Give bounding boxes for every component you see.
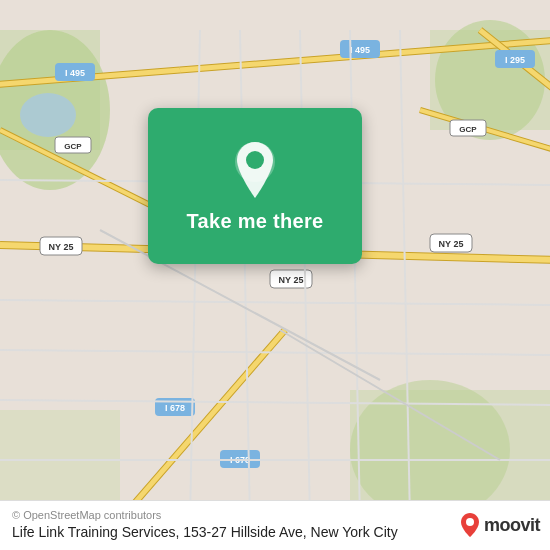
svg-text:NY 25: NY 25 — [279, 275, 304, 285]
moovit-logo: moovit — [459, 512, 540, 538]
svg-text:NY 25: NY 25 — [439, 239, 464, 249]
svg-text:GCP: GCP — [459, 125, 477, 134]
svg-line-27 — [120, 330, 285, 520]
svg-point-55 — [246, 151, 264, 169]
svg-line-42 — [190, 30, 200, 520]
svg-point-56 — [466, 518, 474, 526]
map-roads: NY 25 NY 25 NY 25 I 678 I 678 I 495 I 49… — [0, 0, 550, 550]
address-text: Life Link Training Services, 153-27 Hill… — [12, 524, 398, 540]
copyright-text: © OpenStreetMap contributors — [12, 509, 161, 521]
map-container: NY 25 NY 25 NY 25 I 678 I 678 I 495 I 49… — [0, 0, 550, 550]
moovit-pin-icon — [459, 512, 481, 538]
svg-text:I 495: I 495 — [65, 68, 85, 78]
svg-text:GCP: GCP — [64, 142, 82, 151]
svg-point-5 — [350, 380, 510, 520]
take-me-there-label: Take me there — [187, 210, 324, 233]
svg-text:NY 25: NY 25 — [49, 242, 74, 252]
map-pin-icon — [230, 140, 280, 200]
svg-text:I 295: I 295 — [505, 55, 525, 65]
moovit-brand-text: moovit — [484, 515, 540, 536]
svg-line-43 — [240, 30, 250, 520]
svg-point-7 — [20, 93, 76, 137]
svg-line-49 — [0, 350, 550, 355]
svg-line-48 — [0, 300, 550, 305]
svg-text:I 495: I 495 — [350, 45, 370, 55]
svg-text:I 678: I 678 — [165, 403, 185, 413]
take-me-there-button[interactable]: Take me there — [148, 108, 362, 264]
